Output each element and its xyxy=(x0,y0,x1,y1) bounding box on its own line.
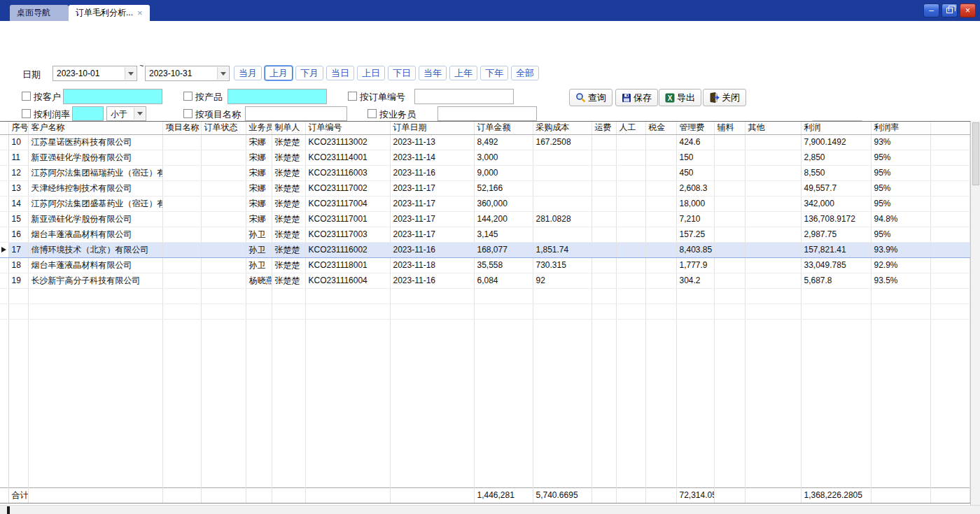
cell: 2023-11-17 xyxy=(390,227,474,242)
salesman-filter-input[interactable] xyxy=(438,106,537,121)
empty-row[interactable] xyxy=(0,304,970,319)
row-gutter xyxy=(0,227,8,242)
cell xyxy=(714,242,745,257)
profit-rate-operator-select[interactable]: 小于 xyxy=(106,106,146,121)
horizontal-splitter-handle[interactable] xyxy=(7,506,10,514)
column-header[interactable]: 订单编号 xyxy=(305,122,390,134)
date-from-dropdown-icon[interactable] xyxy=(125,67,136,80)
project-filter-input[interactable] xyxy=(245,106,347,121)
table-row[interactable]: 14江苏阿尔法集团盛基药业（宿迁）有限公司宋娜张楚楚KCO23111700420… xyxy=(0,196,970,211)
profit-rate-operator-dropdown-icon[interactable] xyxy=(134,108,145,120)
column-header[interactable]: 采购成本 xyxy=(533,122,592,134)
table-row[interactable]: 17倍博环境技术（北京）有限公司孙卫张楚楚KCO2311160022023-11… xyxy=(0,242,970,257)
quick-date-button[interactable]: 当月 xyxy=(234,66,262,80)
cell xyxy=(162,242,201,257)
column-header[interactable]: 人工 xyxy=(616,122,645,134)
quick-date-button[interactable]: 上年 xyxy=(449,66,477,80)
column-header[interactable]: 订单状态 xyxy=(201,122,246,134)
vertical-scrollbar[interactable] xyxy=(970,121,980,505)
column-header[interactable]: 利润 xyxy=(801,122,871,134)
by-salesman-checkbox[interactable] xyxy=(368,109,377,118)
window-controls: – × xyxy=(923,3,976,17)
by-order-no-checkbox[interactable] xyxy=(348,92,357,101)
table-row[interactable]: 10江苏星诺医药科技有限公司宋娜张楚楚KCO2311130022023-11-1… xyxy=(0,134,970,150)
table-row[interactable]: 18烟台丰蓬液晶材料有限公司孙卫张楚楚KCO2311180012023-11-1… xyxy=(0,257,970,273)
cell: 14 xyxy=(8,196,28,211)
close-button[interactable]: 关闭 xyxy=(703,89,746,106)
cell: 5,740.6695 xyxy=(533,487,592,503)
cell: 张楚楚 xyxy=(272,180,305,196)
total-row[interactable]: 合计1,446,2815,740.669572,314.051,368,226.… xyxy=(0,487,970,503)
table-row[interactable]: 13天津经纬控制技术有限公司宋娜张楚楚KCO2311170022023-11-1… xyxy=(0,180,970,196)
column-header[interactable]: 管理费 xyxy=(676,122,714,134)
table-row[interactable]: 15新亚强硅化学股份有限公司宋娜张楚楚KCO2311170012023-11-1… xyxy=(0,211,970,227)
date-to-dropdown-icon[interactable] xyxy=(217,67,228,80)
close-window-button[interactable]: × xyxy=(960,3,976,17)
by-product-checkbox[interactable] xyxy=(183,92,192,101)
order-no-filter-input[interactable] xyxy=(414,89,514,104)
product-filter-input[interactable] xyxy=(227,89,327,104)
column-header[interactable]: 业务员 xyxy=(246,122,272,134)
grid-filler-row[interactable] xyxy=(0,319,970,487)
cell: 孙卫 xyxy=(246,257,272,273)
quick-date-button[interactable]: 下年 xyxy=(480,66,508,80)
quick-date-button[interactable]: 上日 xyxy=(357,66,385,80)
column-header[interactable]: 客户名称 xyxy=(28,122,162,134)
restore-button[interactable] xyxy=(941,3,958,17)
customer-filter-input[interactable] xyxy=(63,89,162,104)
cell xyxy=(592,196,616,211)
cell xyxy=(272,288,305,304)
cell xyxy=(162,211,201,227)
column-header[interactable]: 项目名称 xyxy=(162,122,201,134)
tab-desktop-navigation[interactable]: 桌面导航 xyxy=(10,5,69,21)
column-header[interactable]: 其他 xyxy=(745,122,801,134)
quick-date-button[interactable]: 下月 xyxy=(295,66,323,80)
quick-date-button[interactable]: 全部 xyxy=(511,66,539,80)
empty-row[interactable] xyxy=(0,288,970,304)
quick-date-button[interactable]: 当日 xyxy=(326,66,354,80)
cell: 2,608.3 xyxy=(676,180,714,196)
cell xyxy=(714,487,745,503)
table-row[interactable]: 16烟台丰蓬液晶材料有限公司孙卫张楚楚KCO2311170032023-11-1… xyxy=(0,227,970,242)
cell: 281.0828 xyxy=(533,211,592,227)
tab-close-icon[interactable]: × xyxy=(137,8,143,17)
cell xyxy=(745,273,801,288)
save-button[interactable]: 保存 xyxy=(615,89,658,106)
filler-cell xyxy=(930,257,970,273)
exit-door-icon xyxy=(709,92,720,103)
quick-date-button[interactable]: 下日 xyxy=(388,66,416,80)
cell xyxy=(162,257,201,273)
table-row[interactable]: 11新亚强硅化学股份有限公司宋娜张楚楚KCO2311140012023-11-1… xyxy=(0,150,970,165)
cell: 450 xyxy=(676,165,714,180)
horizontal-scrollbar[interactable] xyxy=(0,505,980,514)
table-row[interactable]: 19长沙新宇高分子科技有限公司杨晓燕张楚楚KCO2311160042023-11… xyxy=(0,273,970,288)
query-button[interactable]: 查询 xyxy=(569,89,612,106)
cell xyxy=(801,288,871,304)
tab-order-profit-analysis[interactable]: 订单毛利分析... × xyxy=(69,5,150,21)
cell xyxy=(201,304,246,319)
by-profit-rate-checkbox[interactable] xyxy=(22,109,31,118)
by-project-checkbox[interactable] xyxy=(183,109,192,118)
column-header[interactable]: 利润率 xyxy=(871,122,930,134)
by-customer-checkbox[interactable] xyxy=(22,92,31,101)
filler-cell xyxy=(930,165,970,180)
cell xyxy=(592,288,616,304)
column-header[interactable]: 制单人 xyxy=(272,122,305,134)
quick-date-button[interactable]: 当年 xyxy=(419,66,447,80)
column-header[interactable]: 辅料 xyxy=(714,122,745,134)
table-row[interactable]: 12江苏阿尔法集团福瑞药业（宿迁）有限公司宋娜张楚楚KCO23111600320… xyxy=(0,165,970,180)
column-header[interactable]: 税金 xyxy=(645,122,676,134)
vertical-scrollbar-thumb[interactable] xyxy=(972,122,979,185)
quick-date-button[interactable]: 上月 xyxy=(265,66,293,80)
column-header[interactable]: 序号 xyxy=(8,122,28,134)
cell xyxy=(714,196,745,211)
by-product-label: 按产品 xyxy=(195,91,223,103)
column-header[interactable]: 订单金额 xyxy=(474,122,533,134)
filler-cell xyxy=(930,227,970,242)
column-header[interactable]: 订单日期 xyxy=(390,122,474,134)
profit-rate-value-input[interactable] xyxy=(72,106,104,121)
cell xyxy=(162,273,201,288)
minimize-button[interactable]: – xyxy=(923,3,939,17)
column-header[interactable]: 运费 xyxy=(592,122,616,134)
export-button[interactable]: X 导出 xyxy=(659,89,701,106)
